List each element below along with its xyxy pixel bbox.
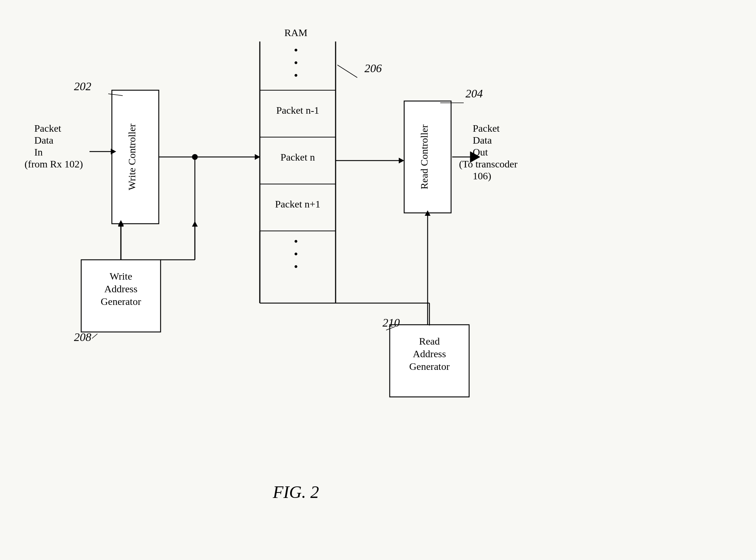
svg-text:(To transcoder: (To transcoder: [459, 158, 518, 170]
svg-text:208: 208: [74, 331, 91, 344]
svg-text:•: •: [294, 44, 298, 57]
svg-text:Read Controller: Read Controller: [419, 124, 430, 189]
svg-text:•: •: [294, 260, 298, 273]
svg-text:Packet: Packet: [473, 123, 500, 134]
svg-text:Generator: Generator: [101, 296, 141, 307]
svg-text:(from Rx 102): (from Rx 102): [25, 158, 83, 170]
svg-text:Address: Address: [104, 283, 137, 294]
svg-text:In: In: [34, 146, 43, 158]
diagram-container: RAM • • • Packet n-1 Packet n Packet n+1…: [0, 0, 756, 560]
svg-text:202: 202: [74, 80, 91, 93]
svg-text:Packet: Packet: [34, 123, 61, 134]
figure-label: FIG. 2: [272, 482, 319, 502]
svg-text:Packet n+1: Packet n+1: [275, 198, 320, 210]
svg-text:Packet n-1: Packet n-1: [276, 105, 319, 116]
svg-text:Write: Write: [110, 271, 132, 282]
svg-text:Read: Read: [419, 336, 440, 347]
svg-text:204: 204: [466, 87, 483, 100]
svg-text:•: •: [294, 235, 298, 248]
svg-text:•: •: [294, 69, 298, 82]
svg-text:•: •: [294, 248, 298, 261]
svg-text:Packet n: Packet n: [280, 152, 315, 163]
svg-text:210: 210: [383, 316, 400, 329]
svg-text:Data: Data: [473, 135, 492, 146]
svg-text:Address: Address: [413, 348, 446, 359]
ram-label: RAM: [284, 27, 307, 38]
svg-text:Generator: Generator: [409, 361, 450, 372]
svg-text:206: 206: [364, 62, 382, 75]
svg-text:•: •: [294, 56, 298, 69]
svg-text:Write Controller: Write Controller: [126, 123, 137, 190]
svg-text:106): 106): [473, 170, 491, 181]
svg-text:Data: Data: [34, 135, 53, 146]
